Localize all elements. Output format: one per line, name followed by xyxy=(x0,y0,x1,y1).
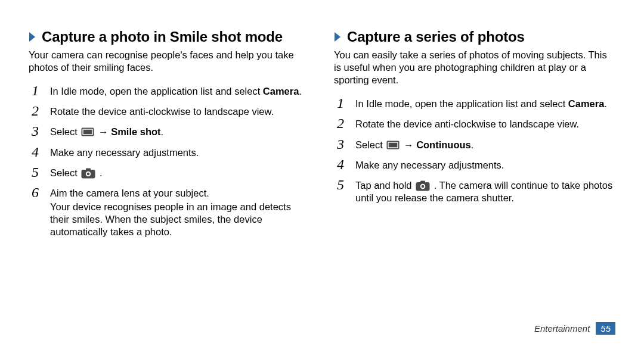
step-body: Select → Continuous. xyxy=(355,137,615,151)
mode-rect-icon xyxy=(386,141,400,149)
step-text: Select → Smile shot. xyxy=(50,126,310,138)
step-item: 5Tap and hold . The camera will continue… xyxy=(334,177,615,204)
svg-rect-9 xyxy=(420,180,425,183)
step-number: 3 xyxy=(29,124,42,138)
step-text: Select . xyxy=(50,167,310,179)
footer-page-number: 55 xyxy=(596,322,615,335)
step-number: 4 xyxy=(334,157,347,172)
step-body: In Idle mode, open the application list … xyxy=(355,96,615,110)
step-item: 1In Idle mode, open the application list… xyxy=(334,96,615,110)
step-text: In Idle mode, open the application list … xyxy=(50,85,310,98)
step-body: Rotate the device anti-clockwise to land… xyxy=(50,104,310,118)
step-body: Rotate the device anti-clockwise to land… xyxy=(355,116,615,130)
right-column: Capture a series of photos You can easil… xyxy=(334,29,615,244)
svg-point-5 xyxy=(87,172,90,175)
step-extra-text: Your device recognises people in an imag… xyxy=(50,201,310,238)
svg-point-11 xyxy=(422,185,425,188)
page-content: Capture a photo in Smile shot mode Your … xyxy=(0,0,644,244)
step-number: 6 xyxy=(29,185,42,238)
section-intro-right: You can easily take a series of photos o… xyxy=(334,49,615,86)
step-number: 2 xyxy=(334,116,347,130)
page-footer: Entertainment 55 xyxy=(534,322,615,335)
camera-icon xyxy=(416,180,430,191)
step-body: Select → Smile shot. xyxy=(50,124,310,138)
step-item: 3Select → Continuous. xyxy=(334,137,615,151)
step-text: In Idle mode, open the application list … xyxy=(355,98,615,110)
step-item: 1In Idle mode, open the application list… xyxy=(29,83,310,98)
camera-icon xyxy=(81,168,95,179)
section-heading-left: Capture a photo in Smile shot mode xyxy=(29,29,310,45)
step-body: Select . xyxy=(50,165,310,179)
footer-section-label: Entertainment xyxy=(534,323,590,334)
steps-list-left: 1In Idle mode, open the application list… xyxy=(29,83,310,238)
step-body: In Idle mode, open the application list … xyxy=(50,83,310,98)
steps-list-right: 1In Idle mode, open the application list… xyxy=(334,96,615,204)
step-number: 1 xyxy=(334,96,347,110)
step-body: Aim the camera lens at your subject.Your… xyxy=(50,185,310,238)
step-text: Make any necessary adjustments. xyxy=(355,159,615,172)
step-text: Aim the camera lens at your subject. xyxy=(50,187,310,200)
step-body: Tap and hold . The camera will continue … xyxy=(355,177,615,204)
step-item: 4Make any necessary adjustments. xyxy=(29,145,310,159)
step-text: Rotate the device anti-clockwise to land… xyxy=(50,105,310,118)
section-title-right-text: Capture a series of photos xyxy=(347,29,525,45)
step-text: Rotate the device anti-clockwise to land… xyxy=(355,118,615,130)
step-text: Select → Continuous. xyxy=(355,139,615,151)
step-item: 2Rotate the device anti-clockwise to lan… xyxy=(334,116,615,130)
chevron-right-icon xyxy=(334,31,342,43)
mode-rect-icon xyxy=(81,127,94,136)
step-number: 2 xyxy=(29,104,42,118)
step-number: 1 xyxy=(29,83,42,98)
bold-text: Continuous xyxy=(416,139,471,150)
step-body: Make any necessary adjustments. xyxy=(50,145,310,159)
bold-text: Camera xyxy=(568,98,605,109)
bold-text: Smile shot xyxy=(111,126,160,137)
section-heading-right: Capture a series of photos xyxy=(334,29,615,45)
step-number: 3 xyxy=(334,137,347,151)
step-item: 5Select . xyxy=(29,165,310,179)
step-number: 5 xyxy=(29,165,42,179)
step-item: 2Rotate the device anti-clockwise to lan… xyxy=(29,104,310,118)
step-number: 4 xyxy=(29,145,42,159)
bold-text: Camera xyxy=(263,86,299,96)
svg-rect-3 xyxy=(86,168,91,170)
section-title-left-text: Capture a photo in Smile shot mode xyxy=(42,29,283,45)
chevron-right-icon xyxy=(29,31,37,43)
left-column: Capture a photo in Smile shot mode Your … xyxy=(29,29,310,244)
step-text: Tap and hold . The camera will continue … xyxy=(355,179,615,204)
step-number: 5 xyxy=(334,177,347,204)
section-intro-left: Your camera can recognise people's faces… xyxy=(29,49,310,74)
step-item: 3Select → Smile shot. xyxy=(29,124,310,138)
step-body: Make any necessary adjustments. xyxy=(355,157,615,172)
step-item: 6Aim the camera lens at your subject.You… xyxy=(29,185,310,238)
step-text: Make any necessary adjustments. xyxy=(50,147,310,159)
step-item: 4Make any necessary adjustments. xyxy=(334,157,615,172)
